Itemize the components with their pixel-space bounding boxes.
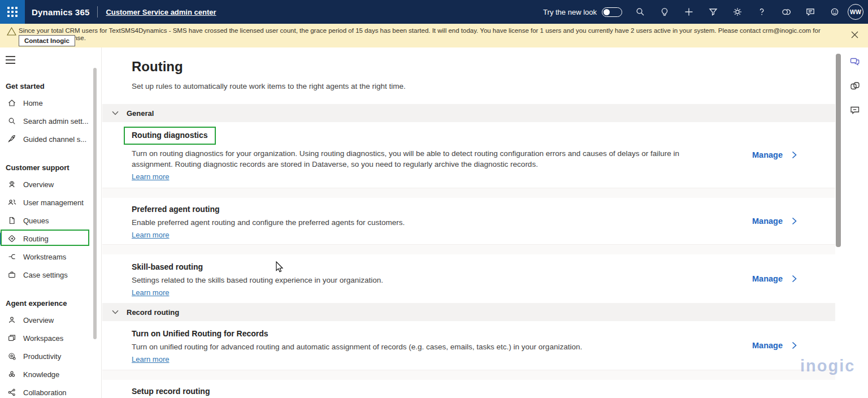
app-title-link[interactable]: Customer Service admin center — [106, 8, 216, 16]
headset-person-icon — [7, 180, 16, 189]
knowledge-cluster-icon — [7, 370, 16, 379]
sidebar-item-queues[interactable]: Queues — [0, 211, 102, 230]
learn-more-link[interactable]: Learn more — [132, 231, 169, 239]
contact-inogic-button[interactable]: Contact Inogic — [19, 35, 75, 46]
chevron-right-icon — [792, 341, 797, 349]
sidebar-item-user-management[interactable]: User management — [0, 193, 102, 211]
app-launcher-button[interactable] — [0, 0, 25, 24]
learn-more-link[interactable]: Learn more — [132, 355, 169, 364]
briefcase-icon — [7, 270, 16, 279]
sidebar-section-get-started: Get started — [0, 75, 102, 94]
sidebar-item-workstreams[interactable]: Workstreams — [0, 248, 102, 266]
feedback-chat-icon[interactable] — [798, 0, 822, 24]
product-title: Dynamics 365 — [32, 7, 89, 17]
manage-unified-routing-link[interactable]: Manage — [752, 341, 835, 350]
chevron-down-icon — [112, 310, 119, 314]
sidebar-item-home[interactable]: Home — [0, 94, 102, 112]
person-icon — [7, 315, 16, 325]
smiley-feedback-icon[interactable] — [822, 0, 847, 24]
settings-gear-icon[interactable] — [725, 0, 749, 24]
sidebar-item-collaboration[interactable]: Collaboration — [0, 383, 102, 398]
sidebar-item-ae-overview[interactable]: Overview — [0, 311, 102, 329]
section-general[interactable]: General — [102, 104, 835, 122]
share-nodes-icon — [7, 388, 16, 397]
row-heading: Skill-based routing — [132, 262, 752, 271]
right-icon-rail — [842, 47, 868, 398]
workstream-branch-icon — [7, 252, 16, 261]
chevron-right-icon — [792, 217, 797, 225]
warning-triangle-icon — [7, 27, 16, 36]
row-description: Turn on routing diagnostics for your org… — [132, 148, 717, 170]
sidebar-item-productivity[interactable]: Productivity — [0, 347, 102, 365]
chevron-down-icon — [112, 111, 119, 115]
sitemap-collapse-icon[interactable] — [6, 55, 17, 65]
sidebar-item-workspaces[interactable]: Workspaces — [0, 329, 102, 347]
waffle-icon — [7, 7, 18, 17]
learn-more-link[interactable]: Learn more — [132, 288, 169, 297]
sidebar-item-search-admin-settings[interactable]: Search admin sett... — [0, 112, 102, 130]
add-icon[interactable] — [676, 0, 701, 24]
section-record-routing[interactable]: Record routing — [102, 303, 835, 321]
row-heading: Routing diagnostics — [132, 131, 208, 140]
main-scrollbar[interactable] — [836, 54, 841, 247]
row-heading: Preferred agent routing — [132, 205, 752, 214]
row-heading: Setup record routing — [132, 387, 835, 396]
learn-more-link[interactable]: Learn more — [132, 172, 169, 181]
windows-stack-icon — [7, 334, 16, 343]
help-icon[interactable] — [749, 0, 774, 24]
row-heading: Turn on Unified Routing for Records — [132, 329, 752, 338]
row-unified-routing-records: Turn on Unified Routing for Records Turn… — [102, 321, 835, 370]
manage-skill-based-link[interactable]: Manage — [752, 274, 835, 283]
teams-chat-icon[interactable] — [848, 55, 862, 68]
row-preferred-agent-routing: Preferred agent routing Enable preferred… — [102, 198, 835, 244]
sidebar-item-cs-overview[interactable]: Overview — [0, 175, 102, 193]
banner-close-icon[interactable] — [849, 29, 860, 40]
sidebar-scrollbar[interactable] — [93, 68, 97, 339]
filter-icon[interactable] — [701, 0, 725, 24]
page-title: Routing — [132, 59, 835, 75]
manage-routing-diagnostics-link[interactable]: Manage — [752, 150, 835, 159]
chevron-right-icon — [792, 275, 797, 283]
sidebar-item-routing[interactable]: Routing — [0, 230, 102, 248]
routing-diagnostics-highlight-annotation: Routing diagnostics — [124, 127, 216, 145]
rocket-icon — [7, 135, 16, 144]
people-icon — [7, 198, 16, 207]
avatar[interactable]: WW — [848, 4, 863, 20]
target-gear-icon — [7, 352, 16, 361]
sidebar-section-agent-experience: Agent experience — [0, 292, 102, 311]
row-description: Enable preferred agent routing and confi… — [132, 217, 717, 228]
search-icon — [7, 116, 16, 126]
routing-diamond-icon — [7, 234, 16, 243]
sidebar-section-customer-support: Customer support — [0, 156, 102, 175]
d365-apps-icon[interactable] — [774, 0, 798, 24]
sidebar-navigation: Get started Home Search admin sett... Gu… — [0, 47, 102, 398]
row-setup-record-routing: Setup record routing — [102, 380, 835, 396]
sidebar-item-knowledge[interactable]: Knowledge — [0, 365, 102, 383]
lightbulb-icon[interactable] — [652, 0, 676, 24]
manage-preferred-agent-link[interactable]: Manage — [752, 217, 835, 226]
copilot-shapes-icon[interactable] — [848, 79, 862, 93]
banner-message: Since your total CRM users for TextSMS4D… — [19, 27, 843, 42]
row-description: Settings related to the skills based rou… — [132, 275, 717, 285]
chevron-right-icon — [792, 151, 797, 159]
sidebar-item-guided-channel-setup[interactable]: Guided channel s... — [0, 130, 102, 148]
row-description: Turn on unified routing for advanced rou… — [132, 341, 717, 352]
row-skill-based-routing: Skill-based routing Settings related to … — [102, 254, 835, 303]
sidebar-item-case-settings[interactable]: Case settings — [0, 266, 102, 284]
top-navigation-bar: Dynamics 365 Customer Service admin cent… — [0, 0, 868, 24]
page-subtitle: Set up rules to automatically route work… — [132, 82, 835, 90]
license-warning-banner: Since your total CRM users for TextSMS4D… — [0, 24, 868, 47]
search-icon[interactable] — [628, 0, 652, 24]
topbar-divider — [97, 6, 98, 18]
comment-icon[interactable] — [848, 103, 862, 117]
document-icon — [7, 216, 16, 225]
row-divider — [102, 370, 835, 380]
row-routing-diagnostics: Routing diagnostics Turn on routing diag… — [102, 122, 835, 188]
home-icon — [7, 98, 16, 107]
new-look-toggle[interactable] — [602, 7, 622, 17]
main-content: Routing Set up rules to automatically ro… — [102, 47, 835, 398]
new-look-label: Try the new look — [543, 8, 597, 16]
